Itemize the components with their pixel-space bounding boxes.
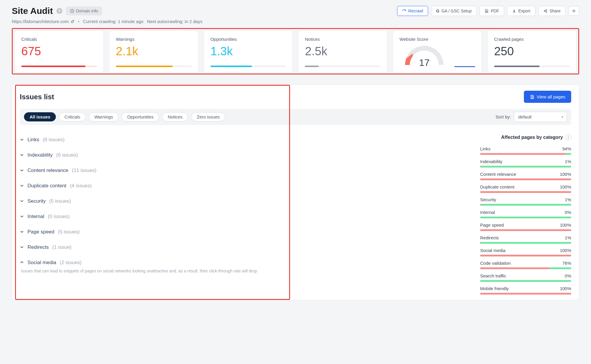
site-url-link[interactable]: https://bdsmarchitecture.com	[12, 19, 75, 24]
view-all-pages-button[interactable]: View all pages	[524, 91, 571, 103]
pdf-icon	[485, 9, 489, 13]
filter-pills: All issues Criticals Warnings Opportunit…	[24, 112, 225, 121]
affected-category-row[interactable]: Search traffic0%	[480, 273, 571, 282]
issues-panel: Issues list View all pages All issues Cr…	[12, 84, 579, 300]
category-percentage: 100%	[560, 286, 571, 291]
title-group: Site Audit ? Domain info	[12, 6, 102, 16]
gear-icon	[572, 9, 576, 13]
refresh-icon	[402, 9, 406, 13]
share-button[interactable]: Share	[538, 6, 566, 16]
page-title: Site Audit	[12, 6, 53, 16]
filter-pill-zero-issues[interactable]: Zero issues	[191, 112, 225, 121]
category-percentage: 1%	[565, 235, 571, 240]
category-bar	[480, 153, 571, 155]
stat-value: 250	[494, 45, 570, 61]
issue-item[interactable]: Redirects(1 issue)	[20, 240, 468, 255]
stat-label: Criticals	[21, 37, 97, 42]
info-circle-icon	[70, 9, 74, 13]
category-bar	[480, 217, 571, 218]
stat-card-crawled-pages[interactable]: Crawled pages 250	[487, 30, 577, 73]
issue-item[interactable]: Internal(0 issues)	[20, 209, 468, 224]
affected-category-row[interactable]: Indexability1%	[480, 159, 571, 168]
issue-item[interactable]: Duplicate content(4 issues)	[20, 178, 468, 194]
pdf-button[interactable]: PDF	[480, 6, 504, 16]
category-percentage: 100%	[560, 248, 571, 253]
category-bar	[480, 280, 571, 282]
category-bar	[480, 242, 571, 244]
filter-pill-opportunities[interactable]: Opportunities	[122, 112, 159, 121]
issue-item[interactable]: Page speed(5 issues)	[20, 224, 468, 240]
svg-point-5	[546, 12, 547, 12]
stat-card-website-score[interactable]: Website Score 17	[393, 30, 482, 73]
affected-category-row[interactable]: Links94%	[480, 146, 571, 155]
affected-category-row[interactable]: Duplicate content100%	[480, 184, 571, 193]
share-icon	[543, 9, 548, 13]
page-header: Site Audit ? Domain info Recrawl G GA / …	[12, 6, 579, 16]
score-value: 17	[419, 57, 430, 68]
help-icon[interactable]: ?	[56, 8, 62, 14]
stat-value: 2.5k	[305, 45, 380, 61]
stat-bar	[211, 66, 286, 67]
export-button[interactable]: Export	[507, 6, 535, 16]
issue-count: (11 issues)	[72, 168, 96, 173]
filter-pill-warnings[interactable]: Warnings	[89, 112, 119, 121]
separator-dot: •	[78, 19, 80, 24]
issue-item[interactable]: Indexability(6 issues)	[20, 147, 468, 163]
issue-list-pane: Links(8 issues)Indexability(6 issues)Con…	[20, 132, 571, 299]
sort-select[interactable]: default	[514, 112, 567, 122]
issue-count: (1 issue)	[52, 244, 72, 250]
category-percentage: 100%	[560, 222, 571, 228]
issue-name: Internal	[27, 214, 44, 220]
affected-category-row[interactable]: Code validation76%	[480, 261, 571, 269]
svg-point-2	[72, 10, 72, 10]
issue-item[interactable]: Links(8 issues)	[20, 132, 468, 147]
issue-count: (8 issues)	[43, 137, 65, 143]
main-content: Issues list View all pages All issues Cr…	[12, 84, 579, 300]
stat-label: Notices	[305, 37, 380, 42]
stat-bar	[305, 66, 380, 67]
issue-item[interactable]: Content relevance(11 issues)	[20, 163, 468, 178]
issues-title: Issues list	[20, 93, 54, 101]
recrawl-button[interactable]: Recrawl	[397, 6, 428, 16]
affected-pages-column: Affected pages by category i Links94%Ind…	[480, 132, 571, 299]
affected-category-row[interactable]: Page speed100%	[480, 222, 571, 231]
stat-card-notices[interactable]: Notices 2.5k	[298, 30, 387, 73]
stat-card-opportunities[interactable]: Opportunities 1.3k	[204, 30, 293, 73]
stat-label: Warnings	[116, 37, 192, 42]
stat-card-warnings[interactable]: Warnings 2.1k	[109, 30, 198, 73]
download-icon	[512, 9, 516, 13]
affected-category-row[interactable]: Social media100%	[480, 248, 571, 256]
category-bar	[480, 191, 571, 193]
score-gauge: 17	[405, 46, 443, 67]
affected-category-row[interactable]: Security1%	[480, 197, 571, 206]
category-name: Content relevance	[480, 172, 516, 177]
issue-name: Indexability	[27, 152, 53, 158]
svg-point-6	[573, 10, 574, 12]
affected-category-row[interactable]: Content relevance100%	[480, 172, 571, 180]
filter-pill-notices[interactable]: Notices	[162, 112, 188, 121]
issue-name: Duplicate content	[27, 183, 66, 189]
stat-card-criticals[interactable]: Criticals 675	[14, 30, 104, 73]
google-g-icon: G	[436, 9, 439, 13]
issue-count: (5 issues)	[49, 198, 71, 204]
domain-info-button[interactable]: Domain info	[66, 6, 102, 15]
ga-gsc-button[interactable]: G GA / GSC Setup	[431, 6, 477, 16]
issue-item[interactable]: Security(5 issues)	[20, 194, 468, 209]
issue-name: Page speed	[27, 229, 54, 235]
chevron-down-icon	[20, 214, 24, 219]
info-icon[interactable]: i	[565, 134, 571, 140]
stat-bar	[494, 66, 570, 67]
issue-item[interactable]: Social media(2 issues)	[20, 255, 468, 270]
affected-category-row[interactable]: Mobile friendly100%	[480, 286, 571, 295]
filter-pill-criticals[interactable]: Criticals	[59, 112, 86, 121]
svg-point-3	[544, 11, 545, 12]
issue-description: Issues that can lead to snippets of page…	[20, 269, 468, 273]
category-percentage: 1%	[565, 159, 571, 164]
category-name: Duplicate content	[480, 184, 514, 189]
filter-pill-all-issues[interactable]: All issues	[24, 112, 56, 121]
affected-category-row[interactable]: Redirects1%	[480, 235, 571, 244]
issue-count: (5 issues)	[58, 229, 80, 235]
domain-info-label: Domain info	[76, 9, 98, 13]
affected-category-row[interactable]: Internal0%	[480, 210, 571, 218]
settings-button[interactable]	[569, 6, 579, 16]
